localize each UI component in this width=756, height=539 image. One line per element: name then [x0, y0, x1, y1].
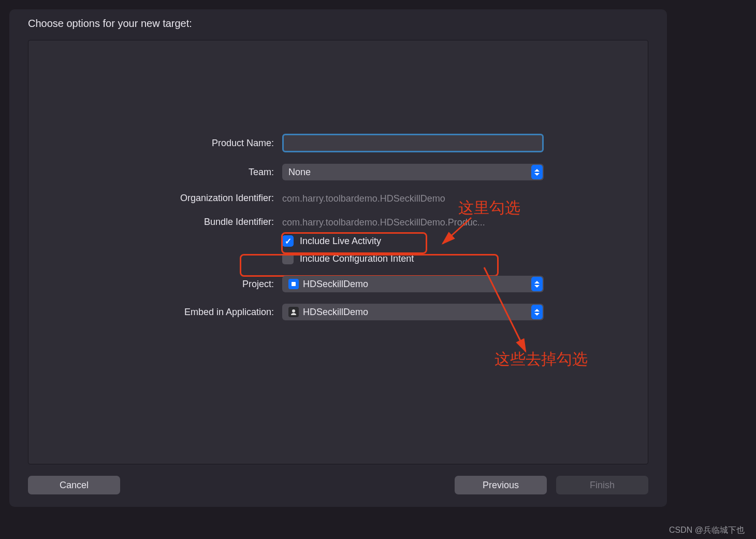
- config-intent-label: Include Configuration Intent: [300, 253, 414, 264]
- chevron-updown-icon: [531, 277, 543, 291]
- bundle-id-label: Bundle Identifier:: [28, 217, 282, 228]
- org-id-value: com.harry.toolbardemo.HDSeckillDemo: [282, 192, 541, 204]
- live-activity-row: Include Live Activity: [282, 235, 648, 247]
- dialog-title: Choose options for your new target:: [28, 18, 648, 30]
- finish-button: Finish: [556, 476, 648, 494]
- team-label: Team:: [28, 167, 282, 178]
- product-name-input[interactable]: [282, 134, 544, 152]
- team-select[interactable]: None: [282, 164, 544, 180]
- dialog-footer: Cancel Previous Finish: [28, 464, 648, 494]
- live-activity-label: Include Live Activity: [300, 236, 381, 247]
- team-value: None: [288, 167, 311, 178]
- previous-button[interactable]: Previous: [455, 476, 547, 494]
- org-id-row: Organization Identifier: com.harry.toolb…: [28, 192, 648, 204]
- project-select[interactable]: HDSeckillDemo: [282, 276, 544, 292]
- new-target-dialog: Choose options for your new target: Prod…: [9, 9, 667, 507]
- checkbox-group: Include Live Activity Include Configurat…: [282, 235, 648, 264]
- embed-value: HDSeckillDemo: [303, 307, 368, 318]
- cancel-button[interactable]: Cancel: [28, 476, 120, 494]
- watermark: CSDN @兵临城下也: [669, 525, 745, 536]
- embed-select[interactable]: HDSeckillDemo: [282, 304, 544, 320]
- chevron-updown-icon: [531, 305, 543, 319]
- bundle-id-value: com.harry.toolbardemo.HDSeckillDemo.Prod…: [282, 216, 541, 228]
- project-label: Project:: [28, 279, 282, 290]
- svg-point-1: [292, 309, 295, 313]
- chevron-updown-icon: [531, 165, 543, 179]
- embed-row: Embed in Application: HDSeckillDemo: [28, 304, 648, 320]
- project-value: HDSeckillDemo: [303, 279, 368, 290]
- product-name-label: Product Name:: [28, 138, 282, 149]
- svg-rect-0: [292, 282, 296, 286]
- org-id-label: Organization Identifier:: [28, 193, 282, 204]
- app-icon: [288, 307, 299, 317]
- config-intent-checkbox[interactable]: [282, 253, 294, 264]
- annotation-uncheck-here: 这些去掉勾选: [495, 349, 588, 370]
- live-activity-checkbox[interactable]: [282, 235, 294, 247]
- project-icon: [288, 279, 299, 289]
- config-intent-row: Include Configuration Intent: [282, 253, 648, 264]
- embed-label: Embed in Application:: [28, 307, 282, 318]
- form-pane: Product Name: Team: None Organization Id…: [28, 40, 648, 464]
- product-name-row: Product Name:: [28, 134, 648, 152]
- bundle-id-row: Bundle Identifier: com.harry.toolbardemo…: [28, 216, 648, 228]
- team-row: Team: None: [28, 164, 648, 180]
- project-row: Project: HDSeckillDemo: [28, 276, 648, 292]
